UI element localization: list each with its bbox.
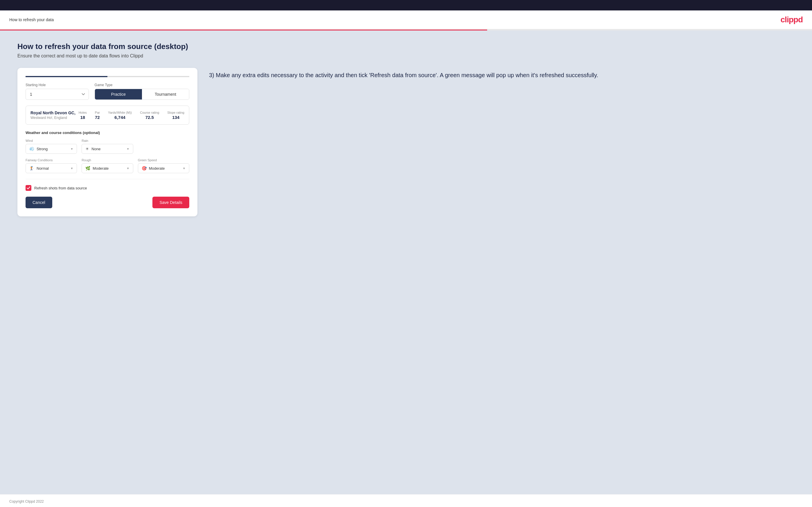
yards-label: Yards/White (M)) [108, 111, 132, 114]
tab-hints [26, 76, 189, 77]
course-location: Westward Ho!, England [31, 116, 75, 120]
fairway-value: Normal [37, 166, 68, 171]
slope-rating-label: Slope rating [167, 111, 184, 114]
side-note: 3) Make any extra edits necessary to the… [209, 68, 795, 80]
course-rating-label: Course rating [140, 111, 159, 114]
page-subheading: Ensure the correct and most up to date d… [17, 53, 795, 59]
rough-select[interactable]: 🌿 Moderate ▼ [82, 163, 133, 173]
top-form-row: Starting Hole 1 Game Type Practice Tourn… [26, 83, 189, 100]
par-value: 72 [95, 115, 100, 120]
wind-chevron-icon: ▼ [70, 147, 73, 151]
course-name: Royal North Devon GC, [31, 111, 75, 115]
rough-chevron-icon: ▼ [126, 167, 130, 170]
green-speed-select[interactable]: 🎯 Moderate ▼ [138, 163, 189, 173]
tab-hint-1 [26, 76, 107, 77]
fairway-select[interactable]: 🏌 Normal ▼ [26, 163, 77, 173]
wind-select[interactable]: 💨 Strong ▼ [26, 144, 77, 154]
rain-chevron-icon: ▼ [126, 147, 130, 151]
green-speed-group: Green Speed 🎯 Moderate ▼ [138, 158, 189, 173]
rain-select[interactable]: ☀ None ▼ [82, 144, 133, 154]
wind-label: Wind [26, 139, 77, 143]
content-row: Starting Hole 1 Game Type Practice Tourn… [17, 68, 795, 216]
refresh-checkbox-label: Refresh shots from data source [34, 186, 87, 190]
green-speed-value: Moderate [149, 166, 180, 171]
header-title: How to refresh your data [9, 17, 54, 22]
game-type-group: Game Type Practice Tournament [95, 83, 189, 100]
rain-label: Rain [82, 139, 133, 143]
page-heading: How to refresh your data from source (de… [17, 42, 795, 51]
course-rating-stat: Course rating 72.5 [140, 111, 159, 120]
green-speed-label: Green Speed [138, 158, 189, 162]
starting-hole-label: Starting Hole [26, 83, 89, 87]
tournament-button[interactable]: Tournament [142, 89, 189, 100]
fairway-chevron-icon: ▼ [70, 167, 73, 170]
main-content: How to refresh your data from source (de… [0, 31, 812, 494]
course-stats: Holes 18 Par 72 Yards/White (M)) 6,744 C… [79, 111, 184, 120]
par-label: Par [95, 111, 100, 114]
save-button[interactable]: Save Details [152, 196, 189, 208]
slope-rating-value: 134 [167, 115, 184, 120]
starting-hole-select[interactable]: 1 [26, 89, 89, 100]
green-speed-chevron-icon: ▼ [183, 167, 186, 170]
logo: clippd [781, 15, 803, 24]
rain-value: None [92, 147, 124, 151]
weather-section-title: Weather and course conditions (optional) [26, 130, 189, 135]
rough-value: Moderate [93, 166, 124, 171]
refresh-checkbox-row[interactable]: Refresh shots from data source [26, 185, 189, 191]
wind-icon: 💨 [29, 147, 34, 151]
wind-value: Strong [37, 147, 68, 151]
form-card: Starting Hole 1 Game Type Practice Tourn… [17, 68, 197, 216]
rough-label: Rough [82, 158, 133, 162]
checkmark-icon [27, 186, 30, 190]
green-speed-icon: 🎯 [142, 166, 147, 171]
yards-stat: Yards/White (M)) 6,744 [108, 111, 132, 120]
holes-value: 18 [79, 115, 87, 120]
wind-rain-row: Wind 💨 Strong ▼ Rain ☀ None ▼ [26, 139, 189, 154]
holes-stat: Holes 18 [79, 111, 87, 120]
game-type-label: Game Type [95, 83, 189, 87]
footer-copyright: Copyright Clippd 2022 [9, 500, 44, 504]
cancel-button[interactable]: Cancel [26, 196, 52, 208]
starting-hole-group: Starting Hole 1 [26, 83, 89, 100]
top-bar [0, 0, 812, 10]
practice-button[interactable]: Practice [95, 89, 142, 100]
header: How to refresh your data clippd [0, 10, 812, 30]
rough-group: Rough 🌿 Moderate ▼ [82, 158, 133, 173]
form-actions: Cancel Save Details [26, 196, 189, 208]
refresh-checkbox[interactable] [26, 185, 31, 191]
divider [26, 179, 189, 179]
rough-icon: 🌿 [85, 166, 90, 171]
rain-icon: ☀ [85, 147, 89, 151]
par-stat: Par 72 [95, 111, 100, 120]
footer: Copyright Clippd 2022 [0, 494, 812, 507]
rain-group: Rain ☀ None ▼ [82, 139, 133, 154]
fairway-icon: 🏌 [29, 166, 34, 171]
yards-value: 6,744 [108, 115, 132, 120]
holes-label: Holes [79, 111, 87, 114]
fairway-label: Fairway Conditions [26, 158, 77, 162]
conditions-row: Fairway Conditions 🏌 Normal ▼ Rough 🌿 Mo… [26, 158, 189, 173]
course-info-box: Royal North Devon GC, Westward Ho!, Engl… [26, 106, 189, 125]
side-note-text: 3) Make any extra edits necessary to the… [209, 71, 795, 80]
tab-hint-2 [107, 76, 189, 77]
slope-rating-stat: Slope rating 134 [167, 111, 184, 120]
fairway-group: Fairway Conditions 🏌 Normal ▼ [26, 158, 77, 173]
wind-group: Wind 💨 Strong ▼ [26, 139, 77, 154]
game-type-buttons: Practice Tournament [95, 89, 189, 100]
course-name-block: Royal North Devon GC, Westward Ho!, Engl… [31, 111, 75, 120]
course-rating-value: 72.5 [140, 115, 159, 120]
